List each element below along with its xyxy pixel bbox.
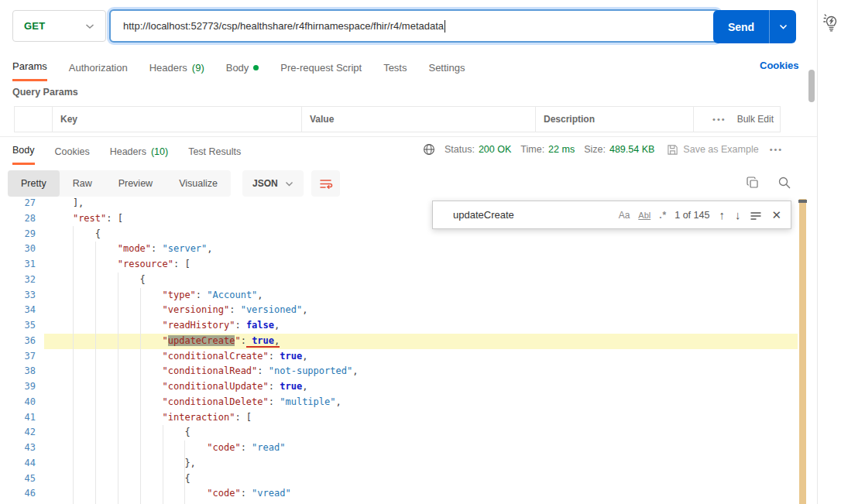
code-line: 34 "versioning": "versioned",	[0, 303, 798, 318]
method-select[interactable]: GET	[12, 10, 106, 42]
chevron-down-icon	[85, 23, 94, 29]
tab-params[interactable]: Params	[12, 56, 47, 81]
tab-pre-request-script[interactable]: Pre-request Script	[280, 56, 362, 81]
globe-icon[interactable]	[423, 143, 435, 156]
wrap-lines-button[interactable]	[311, 170, 340, 197]
cookies-link[interactable]: Cookies	[760, 60, 799, 71]
line-number: 37	[0, 349, 44, 365]
app-window: GET http://localhost:52773/csp/healthsha…	[0, 0, 841, 504]
send-button-label[interactable]: Send	[713, 10, 770, 43]
code-line: 44 },	[0, 456, 798, 471]
copy-response-button[interactable]	[746, 176, 760, 190]
bulk-edit-button[interactable]: Bulk Edit	[737, 114, 774, 125]
table-actions: ••• Bulk Edit	[693, 107, 780, 132]
next-match-arrow-icon[interactable]: ↓	[735, 208, 741, 221]
method-label: GET	[24, 20, 45, 32]
editor-scroll-position[interactable]	[798, 200, 807, 203]
line-number: 41	[0, 410, 44, 426]
response-tab-headers[interactable]: Headers(10)	[110, 140, 168, 165]
view-tab-visualize[interactable]: Visualize	[166, 170, 231, 197]
response-tabs: Body Cookies Headers(10) Test Results	[12, 140, 241, 165]
response-body-editor: 27 ],28 "rest": [29 {30 "mode": "server"…	[0, 197, 808, 504]
send-button[interactable]: Send	[713, 10, 796, 43]
find-in-selection-icon[interactable]	[750, 211, 761, 220]
query-params-table: Key Value Description ••• Bulk Edit	[14, 106, 781, 132]
response-tab-test-results[interactable]: Test Results	[188, 140, 241, 165]
code-line: 42 {	[0, 425, 798, 441]
tab-tests[interactable]: Tests	[383, 56, 407, 81]
close-icon[interactable]: ✕	[771, 208, 781, 222]
headers-count-badge: (9)	[192, 62, 204, 74]
response-section-divider	[0, 136, 817, 137]
chevron-down-icon	[285, 181, 293, 187]
save-as-example-button[interactable]: Save as Example	[667, 144, 758, 156]
line-number: 34	[0, 303, 44, 318]
column-header-value: Value	[301, 107, 535, 132]
size-label: Size:	[584, 144, 606, 155]
tab-headers[interactable]: Headers(9)	[149, 56, 204, 81]
code-line: 35 "readHistory": false,	[0, 318, 798, 334]
code-line: 45 {	[0, 471, 798, 487]
row-select-column[interactable]	[15, 107, 52, 132]
line-number: 35	[0, 318, 44, 334]
page-scrollbar-thumb[interactable]	[808, 70, 815, 102]
size-value: 489.54 KB	[609, 144, 654, 155]
wrap-lines-icon	[319, 177, 333, 190]
response-headers-count-badge: (10)	[151, 146, 168, 157]
code-line: 38 "conditionalRead": "not-supported",	[0, 364, 798, 379]
request-tabs: Params Authorization Headers(9) Body Pre…	[12, 56, 465, 81]
find-input[interactable]: updateCreate	[453, 209, 514, 221]
response-view-switcher: Pretty Raw Preview Visualize	[8, 170, 231, 197]
view-tab-raw[interactable]: Raw	[60, 170, 105, 197]
tab-body[interactable]: Body	[226, 56, 259, 81]
code-line: 32 {	[0, 273, 798, 288]
find-widget: updateCreate Aa Abl .* 1 of 145 ↑ ↓ ✕	[432, 201, 791, 229]
hints-lightbulb-icon[interactable]	[822, 12, 841, 33]
line-number: 36	[0, 334, 44, 349]
right-panel-divider	[817, 0, 818, 504]
line-number: 42	[0, 425, 44, 441]
view-tab-preview[interactable]: Preview	[105, 170, 166, 197]
match-case-toggle[interactable]: Aa	[619, 210, 630, 221]
url-input[interactable]: http://localhost:52773/csp/healthshare/r…	[109, 9, 720, 43]
line-number: 40	[0, 395, 44, 410]
response-tab-body[interactable]: Body	[12, 140, 35, 165]
regex-toggle[interactable]: .*	[659, 210, 667, 221]
body-modified-dot-icon	[253, 65, 259, 70]
code-line: 30 "mode": "server",	[0, 242, 798, 257]
line-number: 29	[0, 227, 44, 242]
line-number: 43	[0, 441, 44, 456]
line-number: 33	[0, 288, 44, 303]
code-lines: 27 ],28 "rest": [29 {30 "mode": "server"…	[0, 197, 798, 502]
code-line: 43 "code": "read"	[0, 441, 798, 456]
whole-word-toggle[interactable]: Abl	[638, 211, 650, 220]
line-number: 46	[0, 486, 44, 502]
response-more-options-icon[interactable]: •••	[770, 145, 784, 154]
search-response-button[interactable]	[777, 176, 791, 190]
search-icon	[777, 176, 791, 190]
tab-settings[interactable]: Settings	[428, 56, 465, 81]
table-more-options-icon[interactable]: •••	[712, 115, 726, 124]
chevron-down-icon	[779, 24, 788, 29]
code-line: 40 "conditionalDelete": "multiple",	[0, 395, 798, 410]
find-options: Aa Abl .*	[619, 210, 668, 221]
response-tab-cookies[interactable]: Cookies	[55, 140, 90, 165]
find-results-count: 1 of 145	[675, 210, 709, 221]
send-options-button[interactable]	[770, 10, 796, 43]
response-meta: Status: 200 OK Time: 22 ms Size: 489.54 …	[423, 143, 783, 156]
code-line: 41 "interaction": [	[0, 410, 798, 426]
code-line: 33 "type": "Account",	[0, 288, 798, 303]
code-line: 31 "resource": [	[0, 257, 798, 273]
view-tab-pretty[interactable]: Pretty	[8, 170, 60, 197]
status-value: 200 OK	[479, 144, 511, 155]
tab-authorization[interactable]: Authorization	[69, 56, 128, 81]
format-select[interactable]: JSON	[242, 170, 304, 197]
format-select-value: JSON	[252, 178, 278, 189]
floppy-disk-icon	[667, 144, 678, 156]
line-number: 45	[0, 471, 44, 487]
code-line: 39 "conditionalUpdate": true,	[0, 379, 798, 395]
line-number: 28	[0, 211, 44, 227]
previous-match-arrow-icon[interactable]: ↑	[719, 208, 725, 221]
code-line: 36 "updateCreate": true,	[0, 334, 798, 349]
overview-ruler[interactable]	[799, 199, 806, 504]
